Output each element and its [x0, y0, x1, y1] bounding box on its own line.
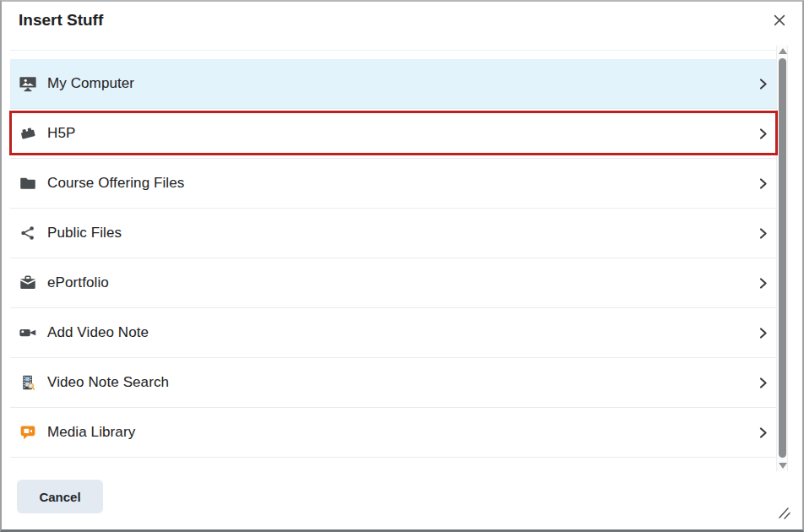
insert-stuff-dialog: Insert Stuff My Computer: [0, 0, 804, 532]
chevron-right-icon: [755, 76, 770, 91]
list-item-label: Course Offering Files: [47, 175, 755, 192]
list-item-eportfolio[interactable]: ePortfolio: [10, 258, 777, 308]
chevron-right-icon: [755, 325, 770, 340]
list-item-label: Public Files: [47, 225, 755, 242]
list-item-h5p[interactable]: H5P: [10, 109, 777, 159]
list-item-label: Video Note Search: [47, 374, 755, 391]
h5p-brick-icon: [19, 124, 37, 143]
insert-options-list: My Computer H5P: [10, 59, 777, 458]
list-item-public-files[interactable]: Public Files: [10, 209, 777, 258]
share-icon: [19, 224, 37, 242]
scroll-up-arrow-icon[interactable]: [779, 48, 787, 54]
media-bubble-icon: [19, 423, 37, 442]
list-item-label: H5P: [47, 125, 755, 142]
vertical-scrollbar[interactable]: [776, 46, 788, 471]
list-item-my-computer[interactable]: My Computer: [10, 59, 777, 109]
chevron-right-icon: [755, 375, 770, 390]
list-item-media-library[interactable]: Media Library: [10, 408, 777, 458]
chevron-right-icon: [755, 176, 770, 191]
list-item-label: ePortfolio: [47, 274, 755, 291]
close-button[interactable]: [770, 11, 789, 30]
chevron-right-icon: [755, 425, 770, 440]
list-item-label: My Computer: [47, 75, 755, 92]
scrollbar-thumb[interactable]: [779, 58, 786, 458]
chevron-right-icon: [755, 225, 770, 241]
list-divider: [10, 50, 777, 51]
video-camera-icon: [19, 323, 37, 342]
list-item-add-video-note[interactable]: Add Video Note: [10, 308, 777, 358]
chevron-right-icon: [755, 126, 770, 141]
folder-icon: [19, 174, 37, 193]
resize-handle-icon[interactable]: [777, 506, 790, 519]
list-item-course-offering-files[interactable]: Course Offering Files: [10, 159, 777, 209]
dialog-title: Insert Stuff: [19, 11, 103, 30]
cancel-button[interactable]: Cancel: [17, 480, 103, 513]
scroll-down-arrow-icon[interactable]: [779, 463, 787, 469]
chevron-right-icon: [755, 275, 770, 290]
briefcase-icon: [19, 274, 37, 292]
list-item-label: Add Video Note: [47, 324, 755, 341]
computer-monitor-icon: [19, 74, 37, 93]
close-icon: [772, 13, 787, 28]
list-item-video-note-search[interactable]: Video Note Search: [10, 358, 777, 408]
film-search-icon: [19, 373, 37, 392]
list-item-label: Media Library: [47, 424, 755, 441]
